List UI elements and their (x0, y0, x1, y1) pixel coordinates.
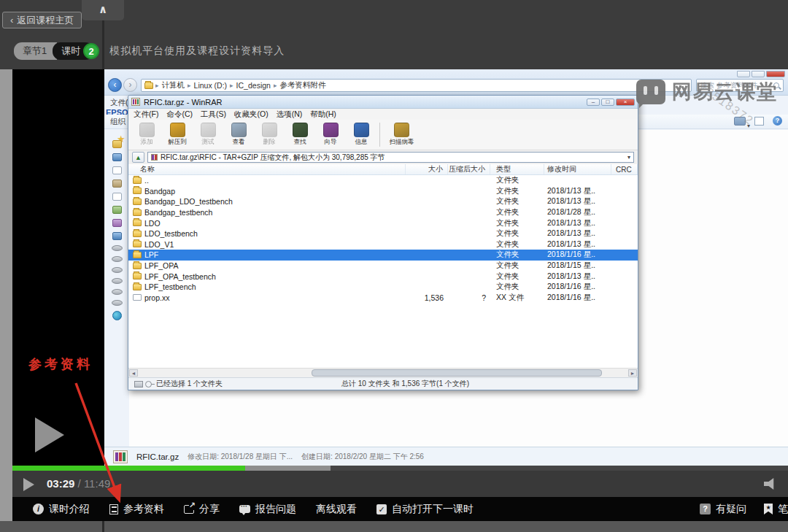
big-play-icon[interactable] (35, 417, 64, 452)
documents-icon[interactable] (112, 193, 122, 201)
archive-path-text: RFIC.tar.gz\RFIC - TAR+GZIP 压缩文件, 解包大小为 … (161, 153, 385, 163)
winrar-menu-item[interactable]: 工具(S) (201, 109, 226, 120)
lesson-number-badge: 2 (83, 43, 99, 59)
table-row[interactable]: LPF_testbench文件夹2018/1/16 星.. (128, 282, 638, 293)
minimize-button[interactable] (737, 71, 750, 77)
folder-icon (133, 263, 142, 269)
cell-size (406, 282, 448, 293)
table-row[interactable]: Bandgap文件夹2018/1/13 星.. (128, 186, 638, 197)
video-frame[interactable]: ‹ › ▸计算机▸Linux (D:)▸IC_design▸参考资料附件 搜索 … (12, 69, 788, 466)
cell-type: XX 文件 (490, 293, 544, 304)
menubar-item-分享[interactable]: 分享 (184, 503, 220, 516)
column-header-修改时间[interactable]: 修改时间 (544, 164, 611, 174)
column-header-压缩后大小[interactable]: 压缩后大小 (448, 164, 490, 174)
music-icon[interactable] (112, 219, 122, 227)
table-row[interactable]: LDO_V1文件夹2018/1/13 星.. (128, 239, 638, 250)
menubar-item-离线观看[interactable]: 离线观看 (316, 503, 357, 516)
file-name: Bandgap_LDO_testbench (144, 197, 233, 206)
close-button[interactable] (766, 71, 785, 77)
table-row[interactable]: LDO_testbench文件夹2018/1/13 星.. (128, 228, 638, 239)
drive-icon[interactable] (112, 289, 123, 295)
drive-icon[interactable] (112, 245, 123, 251)
menubar-item-报告问题[interactable]: 报告问题 (239, 503, 296, 516)
scroll-right-icon[interactable]: ► (628, 369, 637, 377)
cell-crc (611, 228, 638, 239)
help-icon[interactable]: ? (773, 116, 782, 126)
winrar-titlebar[interactable]: RFIC.tar.gz - WinRAR – □ × (128, 96, 638, 109)
table-row[interactable]: LDO文件夹2018/1/13 星.. (128, 217, 638, 228)
table-row[interactable]: LPF文件夹2018/1/16 星.. (128, 250, 638, 261)
cell-type: 文件夹 (490, 282, 544, 293)
winrar-menu-item[interactable]: 选项(N) (277, 109, 303, 120)
menubar-item-课时介绍[interactable]: i课时介绍 (33, 503, 90, 516)
cell-packed-size (448, 186, 490, 197)
info-circle-icon: i (33, 504, 44, 514)
archive-path-combo[interactable]: RFIC.tar.gz\RFIC - TAR+GZIP 压缩文件, 解包大小为 … (147, 152, 634, 163)
minimize-button[interactable]: – (587, 99, 600, 106)
cell-name: Bandgap_LDO_testbench (128, 196, 406, 207)
seek-bar[interactable] (12, 466, 788, 471)
nav-back-icon[interactable]: ‹ (108, 78, 122, 92)
network-icon[interactable] (112, 311, 122, 320)
up-folder-button[interactable]: ▲ (132, 152, 144, 163)
downloads-icon[interactable] (112, 140, 122, 148)
computer-icon[interactable] (112, 232, 122, 240)
toolbar-button-查看[interactable]: 查看 (223, 123, 254, 147)
menubar-item-参考资料[interactable]: 参考资料 (109, 503, 164, 516)
table-row[interactable]: LPF_OPA文件夹2018/1/15 星.. (128, 261, 638, 271)
cell-size (406, 186, 448, 197)
winrar-menu-item[interactable]: 命令(C) (166, 109, 193, 120)
file-icon (133, 294, 142, 301)
menubar-item-自动打开下一课时[interactable]: ✓自动打开下一课时 (376, 503, 474, 516)
maximize-button[interactable] (752, 71, 765, 77)
breadcrumb-segment[interactable]: 参考资料附件 (277, 80, 328, 90)
desktop-icon[interactable] (112, 153, 122, 161)
breadcrumb[interactable]: ▸计算机▸Linux (D:)▸IC_design▸参考资料附件 (141, 79, 692, 92)
column-header-名称[interactable]: 名称 (128, 164, 406, 174)
play-button[interactable] (23, 478, 34, 491)
collapse-panel-tab[interactable]: ∧ (82, 0, 124, 20)
modified-date: 修改日期: 2018/1/28 星期日 下... (188, 452, 293, 462)
table-row[interactable]: Bandgap_LDO_testbench文件夹2018/1/13 星.. (128, 196, 638, 207)
scrollbar-thumb[interactable] (312, 369, 602, 377)
winrar-menu-item[interactable]: 帮助(H) (310, 109, 336, 120)
toolbar-button-向导[interactable]: 向导 (315, 123, 346, 147)
cell-type: 文件夹 (490, 271, 544, 282)
drive-icon[interactable] (112, 300, 123, 306)
drive-icon[interactable] (112, 267, 123, 273)
breadcrumb-segment[interactable]: Linux (D:) (192, 81, 230, 90)
maximize-button[interactable]: □ (601, 99, 614, 106)
file-list-header[interactable]: 名称大小压缩后大小类型修改时间CRC (128, 164, 638, 175)
column-header-类型[interactable]: 类型 (490, 164, 544, 174)
nav-forward-icon[interactable]: › (123, 78, 137, 92)
table-row[interactable]: Bandgap_testbench文件夹2018/1/28 星.. (128, 207, 638, 218)
toolbar-button-信息[interactable]: 信息 (346, 123, 376, 147)
menubar-item-有疑问[interactable]: ?有疑问 (700, 503, 746, 516)
cell-name: Bandgap (128, 186, 406, 197)
folder-icon (133, 177, 142, 184)
table-row[interactable]: prop.xx1,536?XX 文件2018/1/16 星.. (128, 293, 638, 304)
winrar-menu-item[interactable]: 文件(F) (134, 109, 158, 120)
table-row[interactable]: ..文件夹 (128, 175, 638, 186)
toolbar-button-查找[interactable]: 查找 (285, 123, 315, 147)
table-row[interactable]: LPF_OPA_testbench文件夹2018/1/13 星.. (128, 271, 638, 282)
close-button[interactable]: × (616, 99, 635, 106)
breadcrumb-segment[interactable]: IC_design (234, 81, 273, 90)
back-to-course-home-button[interactable]: ‹返回课程主页 (2, 12, 82, 28)
libraries-icon[interactable] (112, 180, 122, 188)
volume-icon[interactable] (764, 478, 776, 490)
winrar-menu-item[interactable]: 收藏夹(O) (234, 109, 269, 120)
column-header-大小[interactable]: 大小 (406, 164, 448, 174)
drive-icon[interactable] (112, 278, 123, 284)
toolbar-button-扫描病毒[interactable]: 扫描病毒 (379, 123, 420, 147)
horizontal-scrollbar[interactable]: ◄ ► (128, 368, 638, 377)
pictures-icon[interactable] (112, 206, 122, 214)
recent-icon[interactable] (112, 166, 122, 174)
toolbar-button-删除: 删除 (254, 123, 285, 147)
scroll-left-icon[interactable]: ◄ (129, 369, 138, 377)
menubar-item-笔记[interactable]: ★笔记 (764, 503, 788, 516)
toolbar-button-解压到[interactable]: 解压到 (162, 123, 193, 147)
column-header-CRC[interactable]: CRC (611, 164, 638, 174)
drive-icon[interactable] (112, 256, 123, 262)
breadcrumb-segment[interactable]: 计算机 (160, 80, 188, 90)
